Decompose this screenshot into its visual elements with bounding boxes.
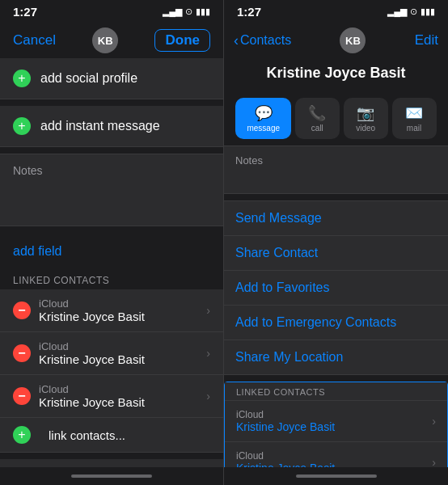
- cancel-button[interactable]: Cancel: [13, 32, 56, 48]
- chevron-icon-0: ›: [206, 304, 210, 317]
- signal-icon-right: ▂▄▆: [387, 6, 407, 17]
- lc-row-0[interactable]: iCloud Kristine Joyce Basit ›: [225, 401, 447, 442]
- edit-button[interactable]: Edit: [415, 32, 438, 48]
- home-indicator-right: [224, 467, 448, 485]
- linked-contacts-left: LINKED CONTACTS − iCloud Kristine Joyce …: [0, 270, 223, 453]
- back-button[interactable]: ‹ Contacts: [234, 32, 291, 49]
- message-icon: 💬: [255, 104, 273, 122]
- home-bar-left: [71, 474, 152, 478]
- lc-header: LINKED CONTACTS: [225, 382, 447, 401]
- status-bar-left: 1:27 ▂▄▆ ⊙ ▮▮▮: [0, 0, 223, 23]
- home-indicator-left: [0, 467, 223, 485]
- linked-service-2: iCloud: [39, 383, 206, 395]
- linked-row-0[interactable]: − iCloud Kristine Joyce Basit ›: [0, 289, 223, 332]
- lc-chevron-1: ›: [432, 456, 436, 467]
- linked-row-1[interactable]: − iCloud Kristine Joyce Basit ›: [0, 332, 223, 375]
- lc-info-0: iCloud Kristine Joyce Basit: [236, 409, 335, 433]
- video-action-button[interactable]: 📷 video: [344, 98, 388, 139]
- battery-icon-right: ▮▮▮: [421, 6, 435, 17]
- right-panel: 1:27 ▂▄▆ ⊙ ▮▮▮ ‹ Contacts KB Edit Kristi…: [224, 0, 448, 485]
- time-right: 1:27: [237, 5, 261, 19]
- home-bar-right: [296, 474, 377, 478]
- left-content: + add social profile + add instant messa…: [0, 58, 223, 467]
- lc-name-0: Kristine Joyce Basit: [236, 420, 335, 433]
- avatar-right: KB: [340, 27, 366, 53]
- status-icons-right: ▂▄▆ ⊙ ▮▮▮: [387, 6, 435, 17]
- linked-name-1: Kristine Joyce Basit: [39, 352, 206, 366]
- time-left: 1:27: [13, 5, 37, 19]
- add-social-profile-row[interactable]: + add social profile: [0, 58, 223, 99]
- minus-icon-2: −: [13, 387, 31, 405]
- linked-contacts-right: LINKED CONTACTS iCloud Kristine Joyce Ba…: [224, 382, 448, 467]
- share-location-item[interactable]: Share My Location: [224, 340, 448, 374]
- battery-icon-left: ▮▮▮: [196, 6, 210, 17]
- back-chevron-icon: ‹: [234, 32, 239, 49]
- signal-icon-left: ▂▄▆: [163, 6, 182, 17]
- left-panel: 1:27 ▂▄▆ ⊙ ▮▮▮ Cancel KB Done + add soci…: [0, 0, 224, 485]
- linked-row-2[interactable]: − iCloud Kristine Joyce Basit ›: [0, 375, 223, 418]
- call-icon: 📞: [308, 104, 326, 122]
- send-message-item[interactable]: Send Message: [224, 201, 448, 236]
- nav-bar-left: Cancel KB Done: [0, 23, 223, 58]
- notes-field-right: Notes: [224, 146, 448, 194]
- video-icon: 📷: [357, 104, 374, 122]
- linked-info-1: iCloud Kristine Joyce Basit: [39, 340, 206, 366]
- wifi-icon-left: ⊙: [185, 6, 192, 17]
- send-message-label: Send Message: [235, 211, 322, 226]
- chevron-icon-2: ›: [206, 390, 210, 403]
- linked-info-2: iCloud Kristine Joyce Basit: [39, 383, 206, 409]
- avatar-left: KB: [92, 27, 118, 53]
- plus-icon-message: +: [13, 117, 31, 135]
- status-bar-right: 1:27 ▂▄▆ ⊙ ▮▮▮: [224, 0, 448, 23]
- chevron-icon-1: ›: [206, 347, 210, 360]
- lc-row-1[interactable]: iCloud Kristine Joyce Basit ›: [225, 442, 447, 467]
- linked-service-1: iCloud: [39, 340, 206, 352]
- add-field-button[interactable]: add field: [0, 233, 223, 270]
- add-social-profile-label: add social profile: [40, 71, 137, 86]
- right-content: Notes Send Message Share Contact Add to …: [224, 146, 448, 467]
- lc-info-1: iCloud Kristine Joyce Basit: [236, 450, 335, 467]
- share-location-label: Share My Location: [235, 350, 343, 365]
- contact-hero: Kristine Joyce Basit: [224, 58, 448, 91]
- linked-name-2: Kristine Joyce Basit: [39, 395, 206, 409]
- add-instant-message-row[interactable]: + add instant message: [0, 106, 223, 147]
- linked-service-0: iCloud: [39, 297, 206, 310]
- lc-service-1: iCloud: [236, 450, 335, 462]
- nav-bar-right: ‹ Contacts KB Edit: [224, 23, 448, 58]
- linked-name-0: Kristine Joyce Basit: [39, 310, 206, 323]
- minus-icon-1: −: [13, 344, 31, 362]
- lc-service-0: iCloud: [236, 409, 335, 420]
- status-icons-left: ▂▄▆ ⊙ ▮▮▮: [163, 6, 210, 17]
- add-favorites-label: Add to Favorites: [235, 280, 330, 295]
- add-emergency-label: Add to Emergency Contacts: [235, 315, 396, 330]
- back-label: Contacts: [240, 33, 291, 48]
- link-contacts-label: link contacts...: [49, 428, 125, 442]
- share-contact-item[interactable]: Share Contact: [224, 236, 448, 271]
- mail-action-label: mail: [407, 124, 421, 133]
- linked-info-0: iCloud Kristine Joyce Basit: [39, 297, 206, 323]
- add-favorites-item[interactable]: Add to Favorites: [224, 271, 448, 306]
- notes-section-left: Notes: [0, 154, 223, 226]
- mail-action-button[interactable]: ✉️ mail: [392, 98, 437, 139]
- add-emergency-item[interactable]: Add to Emergency Contacts: [224, 306, 448, 340]
- done-button[interactable]: Done: [154, 29, 210, 52]
- plus-icon-social: +: [13, 70, 31, 87]
- video-action-label: video: [356, 124, 375, 133]
- linked-contacts-header-left: LINKED CONTACTS: [0, 270, 223, 289]
- action-icons-row: 💬 message 📞 call 📷 video ✉️ mail: [224, 91, 448, 146]
- wifi-icon-right: ⊙: [410, 6, 417, 17]
- notes-label-left: Notes: [13, 164, 210, 177]
- mail-icon: ✉️: [405, 104, 423, 122]
- link-contacts-row[interactable]: + link contacts...: [0, 418, 223, 453]
- lc-chevron-0: ›: [432, 415, 436, 428]
- call-action-label: call: [311, 124, 323, 133]
- delete-contact-button[interactable]: Delete Contact: [0, 459, 223, 467]
- minus-icon-0: −: [13, 302, 31, 319]
- message-action-label: message: [247, 124, 280, 133]
- lc-name-1: Kristine Joyce Basit: [236, 462, 335, 467]
- notes-field-label: Notes: [235, 154, 437, 167]
- menu-group: Send Message Share Contact Add to Favori…: [224, 200, 448, 375]
- call-action-button[interactable]: 📞 call: [295, 98, 340, 139]
- message-action-button[interactable]: 💬 message: [235, 98, 291, 139]
- add-instant-message-label: add instant message: [40, 119, 160, 133]
